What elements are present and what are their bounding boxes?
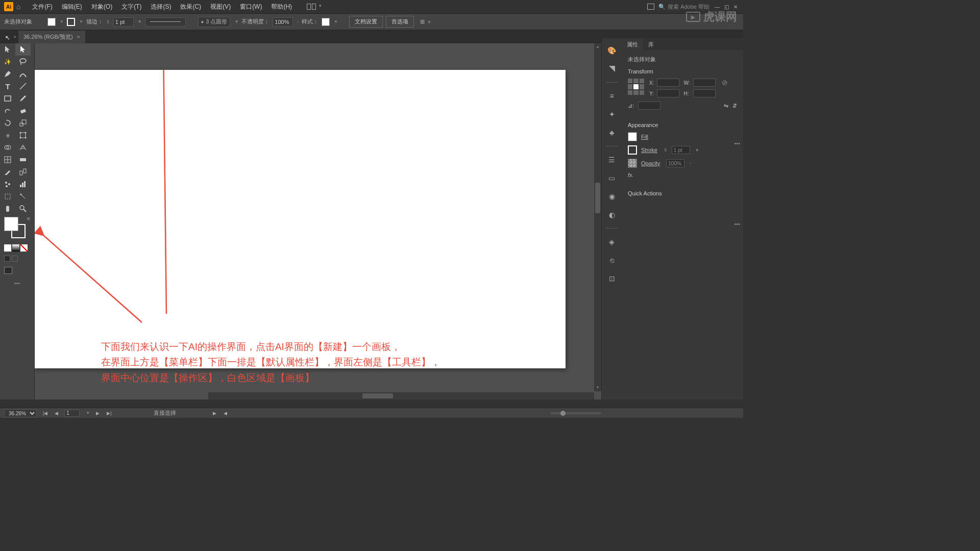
stroke-panel-icon[interactable]: ≡	[606, 90, 618, 102]
tab-close-left-icon[interactable]: ×	[11, 34, 18, 40]
artboard-number-input[interactable]	[64, 410, 80, 417]
stroke-stepper-icon[interactable]: ⥮	[106, 19, 110, 24]
reference-point-selector[interactable]	[628, 79, 644, 95]
document-tab[interactable]: 36.26% (RGB/预览) ×	[18, 31, 85, 43]
x-input[interactable]	[657, 79, 679, 87]
artboards-panel-icon[interactable]: ⊡	[606, 272, 618, 285]
stroke-appearance-swatch[interactable]	[628, 145, 637, 155]
symbols-panel-icon[interactable]: ♣	[606, 127, 618, 139]
brush-select[interactable]: ● 3 点圆形	[198, 17, 231, 27]
gradient-tool[interactable]	[15, 154, 31, 166]
menu-file[interactable]: 文件(F)	[28, 1, 57, 13]
fill-link[interactable]: Fill	[641, 134, 648, 140]
flip-h-icon[interactable]: ⇋	[724, 103, 728, 109]
appearance-more-icon[interactable]: •••	[734, 221, 740, 227]
opacity-arrow-icon[interactable]: ›	[690, 161, 691, 166]
tab-properties[interactable]: 属性	[622, 38, 643, 51]
stroke-stepper2-icon[interactable]: ⥮	[664, 147, 668, 153]
close-button[interactable]: ✕	[732, 3, 739, 10]
fx-label[interactable]: fx.	[628, 172, 634, 178]
toolbox-more-icon[interactable]: •••	[0, 276, 34, 290]
tab-close-icon[interactable]: ×	[77, 34, 80, 40]
align-icon[interactable]: ⊞ ▼	[420, 18, 431, 25]
first-artboard-icon[interactable]: |◀	[42, 411, 48, 416]
fill-swatch[interactable]	[47, 18, 56, 26]
flip-v-icon[interactable]: ⇵	[732, 103, 737, 109]
shaper-tool[interactable]	[0, 105, 15, 117]
artboard-dropdown-icon[interactable]: ▼	[86, 411, 90, 415]
mesh-tool[interactable]	[0, 154, 15, 166]
w-input[interactable]	[693, 79, 716, 87]
maximize-button[interactable]: ◱	[723, 3, 730, 10]
curvature-tool[interactable]	[15, 68, 31, 80]
stroke-dropdown-icon[interactable]: ▼	[79, 19, 83, 24]
search-box[interactable]: 🔍 搜索 Adobe 帮助	[658, 3, 709, 11]
menu-type[interactable]: 文字(T)	[117, 1, 146, 13]
preferences-button[interactable]: 首选项	[386, 16, 414, 28]
doc-setup-button[interactable]: 文档设置	[349, 16, 383, 28]
vertical-scrollbar[interactable]: ▲ ▼	[594, 43, 601, 391]
slice-tool[interactable]	[15, 190, 31, 203]
hand-tool[interactable]	[0, 203, 15, 215]
pen-tool[interactable]	[0, 68, 15, 80]
transform-panel-icon[interactable]: ▭	[606, 172, 618, 184]
brush-dropdown-icon[interactable]: ▼	[234, 19, 238, 24]
color-panel-icon[interactable]: 🎨	[606, 44, 618, 57]
opacity-link[interactable]: Opacity	[641, 160, 660, 166]
stroke-profile-select[interactable]	[145, 17, 186, 27]
perspective-tool[interactable]	[15, 141, 31, 154]
swatches-panel-icon[interactable]	[606, 63, 618, 75]
link-wh-icon[interactable]: ⊘	[722, 79, 728, 87]
style-swatch[interactable]	[322, 18, 330, 26]
symbol-tool[interactable]	[0, 178, 15, 190]
angle-input[interactable]	[638, 102, 660, 110]
eraser-tool[interactable]	[15, 105, 31, 117]
asset-panel-icon[interactable]: ⎋	[606, 254, 618, 266]
y-input[interactable]	[657, 89, 679, 97]
blend-tool[interactable]	[15, 166, 31, 178]
swap-colors-icon[interactable]: ⤭	[26, 216, 30, 221]
align-panel-icon[interactable]: ☰	[606, 154, 618, 166]
status-play-icon[interactable]: ▶	[212, 411, 217, 416]
transform-more-icon[interactable]: •••	[734, 140, 740, 146]
opacity-dropdown-icon[interactable]: ›	[297, 19, 299, 24]
menu-view[interactable]: 视图(V)	[206, 1, 235, 13]
scale-tool[interactable]	[15, 117, 31, 129]
fill-appearance-swatch[interactable]	[628, 132, 637, 141]
brushes-panel-icon[interactable]: ✦	[606, 108, 618, 120]
graph-tool[interactable]	[15, 178, 31, 190]
lasso-tool[interactable]	[15, 56, 31, 68]
eyedropper-tool[interactable]	[0, 166, 15, 178]
type-tool[interactable]: T	[0, 80, 15, 92]
horizontal-scrollbar[interactable]	[208, 392, 594, 399]
color-mode-icon[interactable]	[4, 244, 11, 252]
draw-normal-icon[interactable]	[4, 256, 10, 262]
paintbrush-tool[interactable]	[15, 92, 31, 105]
none-mode-icon[interactable]	[20, 244, 28, 252]
menu-effect[interactable]: 效果(C)	[176, 1, 206, 13]
gradient-mode-icon[interactable]	[12, 244, 19, 252]
stroke-link[interactable]: Stroke	[641, 147, 657, 153]
menu-select[interactable]: 选择(S)	[146, 1, 176, 13]
last-artboard-icon[interactable]: ▶|	[106, 411, 112, 416]
menu-window[interactable]: 窗口(W)	[235, 1, 266, 13]
zoom-tool[interactable]	[15, 203, 31, 215]
next-artboard-icon[interactable]: ▶	[95, 411, 101, 416]
opacity-pct-input[interactable]	[666, 159, 684, 167]
style-dropdown-icon[interactable]: ▼	[334, 19, 338, 24]
h-input[interactable]	[693, 89, 716, 97]
opacity-input[interactable]	[273, 17, 293, 27]
status-back-icon[interactable]: ◀	[223, 411, 228, 416]
layout-arrange-icon[interactable]: ▼	[307, 4, 322, 10]
stroke-pt-dropdown-icon[interactable]: ▼	[695, 148, 699, 153]
artboard[interactable]: 下面我们来认识一下AI的操作界面，点击AI界面的【新建】一个画板， 在界面上方是…	[35, 70, 566, 368]
minimize-button[interactable]: —	[714, 3, 721, 10]
direct-selection-tool[interactable]	[15, 43, 31, 56]
screen-mode-icon[interactable]	[4, 267, 12, 274]
layers-panel-icon[interactable]: ◈	[606, 236, 618, 248]
stroke-pt-input[interactable]	[672, 146, 690, 154]
graphic-styles-panel-icon[interactable]: ◐	[606, 209, 618, 221]
draw-behind-icon[interactable]	[12, 256, 18, 262]
appearance-panel-icon[interactable]: ◉	[606, 190, 618, 203]
opacity-appearance-swatch[interactable]	[628, 159, 637, 168]
